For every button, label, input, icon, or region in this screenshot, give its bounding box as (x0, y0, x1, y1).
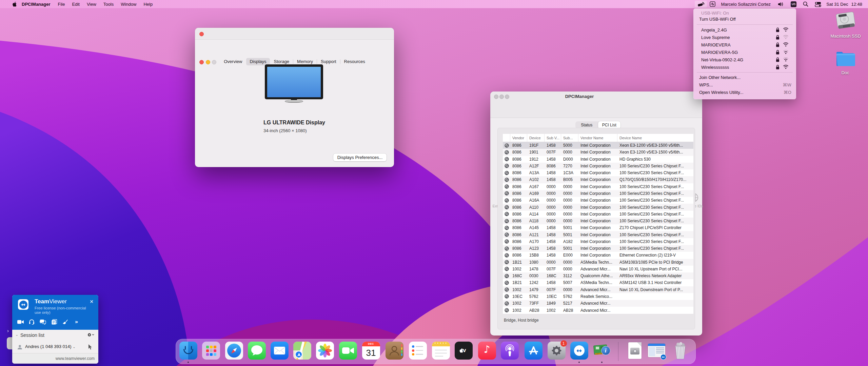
pci-table-row[interactable]: 8086A12314585001Intel Corporation100 Ser… (503, 245, 693, 252)
pci-table-row[interactable]: 80861901007F0000Intel CorporationXeon E3… (503, 149, 693, 156)
wifi-network-item[interactable]: MARIOEVERA (693, 41, 796, 48)
dock-teamviewer[interactable]: ↔ (570, 342, 588, 360)
more-icon[interactable]: » (73, 319, 80, 325)
wifi-network-item[interactable]: Wirelesssssss (693, 63, 796, 71)
pci-table-row[interactable]: 8086A11400000000Intel Corporation100 Ser… (503, 211, 693, 218)
pci-table-row[interactable]: 1B21124214585007ASMedia Techn...ASM1142 … (503, 279, 693, 286)
menu-file[interactable]: File (58, 2, 65, 7)
dock-app-store[interactable] (525, 342, 542, 360)
device-info-icon[interactable] (503, 274, 510, 278)
dock-reminders[interactable] (409, 342, 427, 360)
pci-table-row[interactable]: 808619121458D000Intel CorporationHD Grap… (503, 156, 693, 163)
wifi-network-item[interactable]: MARIOEVERA-5G (693, 48, 796, 56)
dock-music[interactable]: ♪ (478, 342, 496, 360)
wifi-menu-action[interactable]: Open Wireless Utility...⌘O (693, 89, 796, 96)
pci-table-row[interactable]: 8086A1701458A182Intel Corporation100 Ser… (503, 238, 693, 245)
session-list-row[interactable]: ⌄ Session list (12, 330, 98, 341)
wifi-menu-action[interactable]: WPS...⌘W (693, 81, 796, 89)
minimize-button[interactable] (499, 95, 504, 99)
usb-wifi-menu-icon[interactable] (695, 1, 707, 7)
teamviewer-collapse-chevron[interactable]: › (7, 328, 9, 333)
menu-help[interactable]: Help (143, 2, 153, 7)
dock-trash[interactable] (671, 342, 689, 360)
activity-monitor-icon[interactable] (710, 1, 715, 7)
volume-icon[interactable] (778, 2, 784, 7)
dock-photos[interactable] (316, 342, 334, 360)
teamviewer-website-link[interactable]: www.teamviewer.com (56, 356, 95, 361)
dock-tv[interactable]: tv (455, 342, 473, 360)
dock-contacts[interactable] (386, 342, 403, 360)
control-center-icon[interactable] (815, 1, 821, 7)
menu-window[interactable]: Window (121, 2, 136, 7)
pci-table-row[interactable]: 10021478007F0000Advanced Micr...Navi 10 … (503, 266, 693, 272)
column-header[interactable]: Vendor (510, 134, 527, 142)
device-info-icon[interactable] (503, 267, 510, 271)
device-info-icon[interactable] (503, 164, 510, 168)
device-info-icon[interactable] (503, 150, 510, 155)
wifi-toggle-item[interactable]: Turn USB-WiFi Off (693, 16, 796, 23)
spotlight-icon[interactable] (803, 1, 808, 7)
close-button[interactable] (494, 95, 498, 99)
device-info-icon[interactable] (503, 212, 510, 216)
pci-table-row[interactable]: 1B21108000000000ASMedia Techn...ASM1083/… (503, 259, 693, 266)
device-info-icon[interactable] (503, 301, 510, 306)
desktop-icon-macintosh-ssd[interactable]: Macintosh SSD (827, 11, 864, 39)
column-header[interactable]: Sub V... (545, 134, 561, 142)
device-info-icon[interactable] (503, 205, 510, 209)
menubar-user-name[interactable]: Marcelo Sollazzini Cortez (721, 2, 771, 7)
wifi-menu-action[interactable]: Join Other Network... (693, 74, 796, 81)
device-info-icon[interactable] (503, 294, 510, 299)
pci-table-row[interactable]: 8086A13A14581C3AIntel Corporation100 Ser… (503, 169, 693, 176)
pci-table-row[interactable]: 8086A12114585001Intel Corporation100 Ser… (503, 231, 693, 238)
pci-table-row[interactable]: 8086A1021458B005Intel CorporationQ170/Q1… (503, 176, 693, 183)
menu-view[interactable]: View (87, 2, 96, 7)
pci-table-row[interactable]: 8086A11800000000Intel Corporation100 Ser… (503, 218, 693, 224)
tab-overview[interactable]: Overview (220, 58, 245, 65)
dock-mail[interactable] (271, 342, 289, 360)
pci-table-row[interactable]: 10021479007F0000Advanced Micr...Navi 10 … (503, 286, 693, 293)
pci-table-row[interactable]: 8086A16A00000000Intel Corporation100 Ser… (503, 197, 693, 204)
device-info-icon[interactable] (503, 157, 510, 161)
menu-tools[interactable]: Tools (103, 2, 114, 7)
desktop-icon-doc-folder[interactable]: Doc (827, 50, 864, 75)
device-info-icon[interactable] (503, 308, 510, 312)
apple-menu-icon[interactable] (11, 1, 16, 7)
dock-minimized-window[interactable]: ↔ (648, 342, 666, 360)
device-info-icon[interactable] (503, 287, 510, 292)
device-info-icon[interactable] (503, 260, 510, 264)
device-info-icon[interactable] (503, 219, 510, 223)
pci-table-row[interactable]: 8086A16700000000Intel Corporation100 Ser… (503, 183, 693, 190)
pci-table-row[interactable]: 168C0030168C3112Qualcomm Athe...AR93xx W… (503, 272, 693, 279)
column-header[interactable]: Vendor Name (578, 134, 617, 142)
wifi-network-item[interactable]: Love Supreme (693, 34, 796, 41)
device-info-icon[interactable] (503, 253, 510, 258)
menubar-clock-time[interactable]: 12:48 (851, 2, 862, 7)
dock-podcasts[interactable] (501, 342, 519, 360)
video-camera-icon[interactable] (17, 319, 24, 325)
dock-calendar[interactable]: DEC 31 (362, 342, 380, 360)
pci-table-row[interactable]: 100273FF18495217Advanced Micr... (503, 300, 693, 307)
device-info-icon[interactable] (503, 198, 510, 203)
pci-table-row[interactable]: 8086A12F80867270Intel Corporation100 Ser… (503, 163, 693, 169)
keyboard-layout-badge[interactable]: US (791, 1, 796, 7)
menu-edit[interactable]: Edit (72, 2, 79, 7)
paintbrush-icon[interactable] (62, 319, 68, 325)
column-header[interactable]: Sub... (561, 134, 578, 142)
chat-icon[interactable] (40, 319, 46, 325)
device-info-icon[interactable] (503, 239, 510, 244)
dock-launchpad[interactable] (202, 342, 220, 360)
column-header[interactable]: Device (527, 134, 545, 142)
gear-icon[interactable] (87, 332, 94, 339)
dock-disk-file[interactable] (626, 342, 644, 360)
column-header[interactable]: Device Name (617, 134, 693, 142)
pci-table-row[interactable]: 10EC576210EC5762Realtek Semico... (503, 293, 693, 300)
close-icon[interactable]: ✕ (90, 299, 94, 304)
dock-maps[interactable] (293, 342, 311, 360)
headset-icon[interactable] (28, 319, 35, 325)
dock-safari[interactable] (225, 342, 243, 360)
menubar-clock-date[interactable]: Sat 31 Dec (826, 2, 848, 7)
pci-table-row[interactable]: 8086191F14585000Intel CorporationXeon E3… (503, 142, 693, 149)
pci-table-row[interactable]: 8086A11000000000Intel Corporation100 Ser… (503, 204, 693, 210)
tab-resources[interactable]: Resources (341, 58, 369, 65)
dock-dpcimanager[interactable]: i (593, 342, 611, 360)
